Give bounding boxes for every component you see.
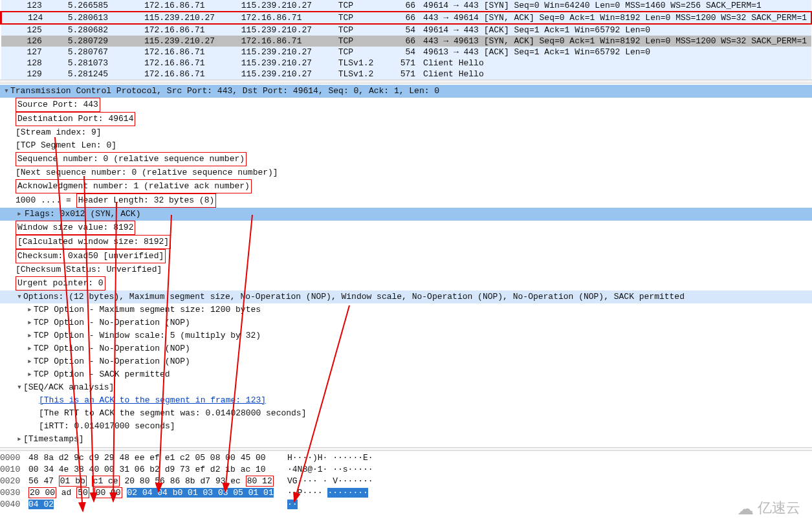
packet-proto: TCP bbox=[335, 0, 387, 12]
timestamps-line[interactable]: ▸[Timestamps] bbox=[0, 433, 812, 446]
hex-row[interactable]: 003020 00 ad 50 00 00 02 04 04 b0 01 03 … bbox=[0, 487, 812, 499]
opt-nop3-line[interactable]: ▸TCP Option - No-Operation (NOP) bbox=[0, 355, 812, 368]
packet-row[interactable]: 1285.281073172.16.86.71115.239.210.27TLS… bbox=[1, 58, 812, 69]
opt-ws-text: TCP Option - Window scale: 5 (multiply b… bbox=[34, 331, 261, 340]
packet-dst: 115.239.210.27 bbox=[237, 0, 335, 12]
hex-ascii: ·4N8@·1· ··s····· bbox=[287, 464, 373, 476]
next-seq-line[interactable]: [Next sequence number: 0 (relative seque… bbox=[0, 166, 812, 179]
packet-row[interactable]: 1235.266585172.16.86.71115.239.210.27TCP… bbox=[1, 0, 812, 12]
opt-sack-line[interactable]: ▸TCP Option - SACK permitted bbox=[0, 368, 812, 381]
packet-info: 49614 → 443 [SYN] Seq=0 Win=64240 Len=0 … bbox=[419, 0, 811, 12]
win-line[interactable]: Window size value: 8192 bbox=[0, 221, 812, 235]
hlen-line[interactable]: 1000 .... = Header Length: 32 bytes (8) bbox=[0, 193, 812, 208]
packet-row[interactable]: 1245.280613115.239.210.27172.16.86.71TCP… bbox=[1, 12, 812, 24]
hex-ascii: ·· bbox=[287, 499, 298, 511]
caret-right-icon: ▸ bbox=[26, 368, 34, 381]
packet-dst: 115.239.210.27 bbox=[237, 58, 335, 69]
seg-len-line[interactable]: [TCP Segment Len: 0] bbox=[0, 139, 812, 152]
packet-src: 115.239.210.27 bbox=[140, 12, 237, 24]
packet-info: 443 → 49613 [SYN, ACK] Seq=0 Ack=1 Win=8… bbox=[419, 36, 811, 47]
packet-len: 571 bbox=[387, 69, 419, 80]
rtt-line[interactable]: [The RTT to ACK the segment was: 0.01402… bbox=[0, 407, 812, 420]
packet-proto: TCP bbox=[335, 47, 387, 58]
dst-port-line[interactable]: Destination Port: 49614 bbox=[0, 112, 812, 126]
ack-line[interactable]: Acknowledgment number: 1 (relative ack n… bbox=[0, 179, 812, 193]
caret-right-icon: ▸ bbox=[26, 355, 34, 368]
packet-dst: 172.16.86.71 bbox=[237, 12, 335, 24]
opt-nop2-text: TCP Option - No-Operation (NOP) bbox=[34, 344, 190, 353]
caret-down-icon: ▾ bbox=[16, 381, 23, 394]
packet-src: 172.16.86.71 bbox=[140, 58, 237, 69]
calc-win-line[interactable]: [Calculated window size: 8192] bbox=[0, 235, 812, 249]
opt-mss-line[interactable]: ▸TCP Option - Maximum segment size: 1200… bbox=[0, 303, 812, 316]
seq-line[interactable]: Sequence number: 0 (relative sequence nu… bbox=[0, 152, 812, 166]
packet-len: 66 bbox=[387, 0, 419, 12]
flags-line[interactable]: ▸Flags: 0x012 (SYN, ACK) bbox=[0, 208, 812, 221]
urg-text: Urgent pointer: 0 bbox=[16, 276, 105, 291]
hex-dump[interactable]: 000048 8a d2 9c d9 29 48 ee ef e1 c2 05 … bbox=[0, 451, 812, 512]
packet-row[interactable]: 1295.281245172.16.86.71115.239.210.27TLS… bbox=[1, 69, 812, 80]
timestamps-text: [Timestamps] bbox=[23, 434, 84, 444]
packet-row[interactable]: 1255.280682172.16.86.71115.239.210.27TCP… bbox=[1, 24, 812, 36]
opt-nop2-line[interactable]: ▸TCP Option - No-Operation (NOP) bbox=[0, 342, 812, 355]
hex-bytes: 04 02 bbox=[28, 499, 287, 511]
packet-row[interactable]: 1275.280767172.16.86.71115.239.210.27TCP… bbox=[1, 47, 812, 58]
urg-line[interactable]: Urgent pointer: 0 bbox=[0, 276, 812, 291]
hex-bytes: 20 00 ad 50 00 00 02 04 04 b0 01 03 03 0… bbox=[28, 487, 287, 499]
opt-sack-text: TCP Option - SACK permitted bbox=[34, 369, 170, 379]
packet-time: 5.280729 bbox=[64, 36, 140, 47]
seqack-line[interactable]: ▾[SEQ/ACK analysis] bbox=[0, 381, 812, 394]
packet-info: 49614 → 443 [ACK] Seq=1 Ack=1 Win=65792 … bbox=[419, 24, 811, 36]
packet-time: 5.280767 bbox=[64, 47, 140, 58]
opt-mss-text: TCP Option - Maximum segment size: 1200 … bbox=[34, 305, 261, 314]
opt-nop3-text: TCP Option - No-Operation (NOP) bbox=[34, 357, 190, 366]
caret-down-icon: ▾ bbox=[3, 85, 10, 98]
packet-row[interactable]: 1265.280729115.239.210.27172.16.86.71TCP… bbox=[1, 36, 812, 47]
stream-index-line[interactable]: [Stream index: 9] bbox=[0, 126, 812, 139]
packet-no: 129 bbox=[1, 69, 64, 80]
packet-len: 66 bbox=[387, 36, 419, 47]
packet-info: Client Hello bbox=[419, 58, 811, 69]
opt-ws-line[interactable]: ▸TCP Option - Window scale: 5 (multiply … bbox=[0, 329, 812, 342]
flags-text: Flags: 0x012 (SYN, ACK) bbox=[23, 208, 142, 221]
packet-no: 126 bbox=[1, 36, 64, 47]
packet-src: 172.16.86.71 bbox=[140, 47, 237, 58]
hlen-pre: 1000 .... = bbox=[16, 195, 71, 205]
ack-link-line[interactable]: [This is an ACK to the segment in frame:… bbox=[0, 394, 812, 407]
checksum-status-line[interactable]: [Checksum Status: Unverified] bbox=[0, 263, 812, 276]
packet-list[interactable]: 1235.266585172.16.86.71115.239.210.27TCP… bbox=[0, 0, 812, 80]
options-line[interactable]: ▾Options: (12 bytes), Maximum segment si… bbox=[0, 291, 812, 303]
tcp-header-line[interactable]: ▾Transmission Control Protocol, Src Port… bbox=[0, 85, 812, 98]
checksum-line[interactable]: Checksum: 0xad50 [unverified] bbox=[0, 249, 812, 263]
hex-row[interactable]: 004004 02·· bbox=[0, 499, 812, 511]
packet-info: 443 → 49614 [SYN, ACK] Seq=0 Ack=1 Win=8… bbox=[419, 12, 811, 24]
hex-row[interactable]: 000048 8a d2 9c d9 29 48 ee ef e1 c2 05 … bbox=[0, 452, 812, 464]
packet-info: Client Hello bbox=[419, 69, 811, 80]
src-port-line[interactable]: Source Port: 443 bbox=[0, 98, 812, 112]
hex-ascii: VG···· · V······· bbox=[287, 476, 373, 487]
seqack-text: [SEQ/ACK analysis] bbox=[23, 382, 114, 392]
ack-link-text[interactable]: [This is an ACK to the segment in frame:… bbox=[39, 395, 266, 405]
packet-details[interactable]: ▾Transmission Control Protocol, Src Port… bbox=[0, 83, 812, 447]
hex-row[interactable]: 002056 47 01 bb c1 ce 20 80 56 86 8b d7 … bbox=[0, 476, 812, 487]
hex-offset: 0000 bbox=[0, 452, 28, 464]
opt-nop1-line[interactable]: ▸TCP Option - No-Operation (NOP) bbox=[0, 316, 812, 329]
hex-ascii: H····)H· ······E· bbox=[287, 452, 373, 464]
packet-time: 5.281073 bbox=[64, 58, 140, 69]
calc-win-text: [Calculated window size: 8192] bbox=[16, 235, 171, 249]
packet-src: 172.16.86.71 bbox=[140, 24, 237, 36]
packet-dst: 115.239.210.27 bbox=[237, 24, 335, 36]
packet-len: 571 bbox=[387, 58, 419, 69]
caret-right-icon: ▸ bbox=[16, 433, 23, 446]
packet-proto: TCP bbox=[335, 12, 387, 24]
hex-row[interactable]: 001000 34 4e 38 40 00 31 06 b2 d9 73 ef … bbox=[0, 464, 812, 476]
packet-len: 54 bbox=[387, 24, 419, 36]
packet-no: 124 bbox=[1, 12, 64, 24]
packet-dst: 115.239.210.27 bbox=[237, 69, 335, 80]
packet-time: 5.280613 bbox=[64, 12, 140, 24]
dst-port-text: Destination Port: 49614 bbox=[16, 112, 135, 126]
opt-nop1-text: TCP Option - No-Operation (NOP) bbox=[34, 318, 190, 327]
src-port-text: Source Port: 443 bbox=[16, 98, 100, 112]
irtt-line[interactable]: [iRTT: 0.014017000 seconds] bbox=[0, 420, 812, 433]
caret-right-icon: ▸ bbox=[26, 342, 34, 355]
